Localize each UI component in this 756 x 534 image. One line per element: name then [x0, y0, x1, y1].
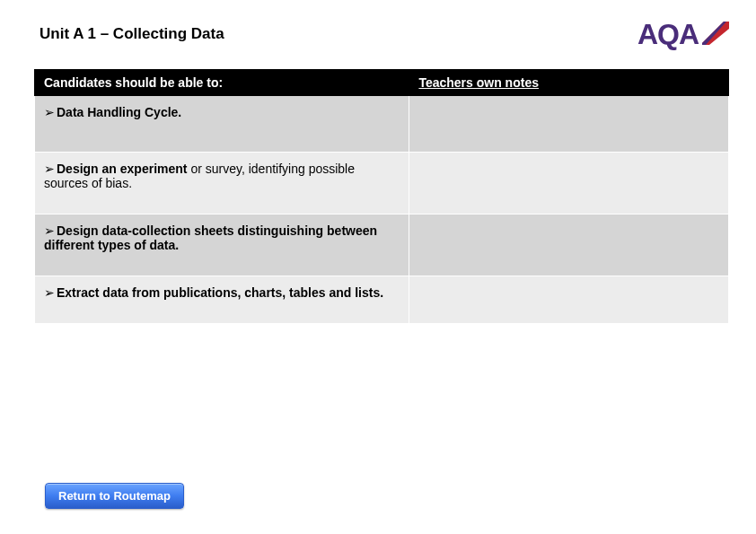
bullet-icon — [44, 162, 57, 176]
row-text-bold: Extract data from publications, charts, … — [57, 285, 383, 300]
header-left: Candidates should be able to: — [35, 70, 409, 96]
row-text-bold: Design an experiment — [57, 162, 188, 176]
candidate-cell: Extract data from publications, charts, … — [35, 276, 409, 324]
page: Unit A 1 – Collecting Data AQA Candidate… — [0, 0, 756, 534]
table-row: Data Handling Cycle. — [35, 96, 729, 153]
return-to-routemap-button[interactable]: Return to Routemap — [45, 483, 184, 509]
content-table: Candidates should be able to: Teachers o… — [34, 69, 729, 324]
logo-text: AQA — [637, 18, 699, 51]
notes-cell[interactable] — [409, 153, 729, 214]
notes-cell[interactable] — [409, 96, 729, 153]
page-title: Unit A 1 – Collecting Data — [34, 25, 224, 43]
aqa-logo: AQA — [637, 18, 729, 51]
candidate-cell: Design an experiment or survey, identify… — [35, 153, 409, 214]
bullet-icon — [44, 285, 57, 300]
bullet-icon — [44, 105, 57, 119]
table-row: Design data-collection sheets distinguis… — [35, 214, 729, 276]
row-text-bold: Data Handling Cycle. — [57, 105, 181, 119]
header: Unit A 1 – Collecting Data AQA — [34, 25, 729, 51]
header-right: Teachers own notes — [409, 70, 729, 96]
footer: Return to Routemap — [45, 483, 184, 509]
logo-icon — [702, 18, 729, 45]
table-row: Design an experiment or survey, identify… — [35, 153, 729, 214]
bullet-icon — [44, 223, 57, 238]
row-text-bold: Design data-collection sheets distinguis… — [44, 223, 377, 252]
notes-cell[interactable] — [409, 276, 729, 324]
candidate-cell: Design data-collection sheets distinguis… — [35, 214, 409, 276]
candidate-cell: Data Handling Cycle. — [35, 96, 409, 153]
table-row: Extract data from publications, charts, … — [35, 276, 729, 324]
notes-cell[interactable] — [409, 214, 729, 276]
table-header-row: Candidates should be able to: Teachers o… — [35, 70, 729, 96]
